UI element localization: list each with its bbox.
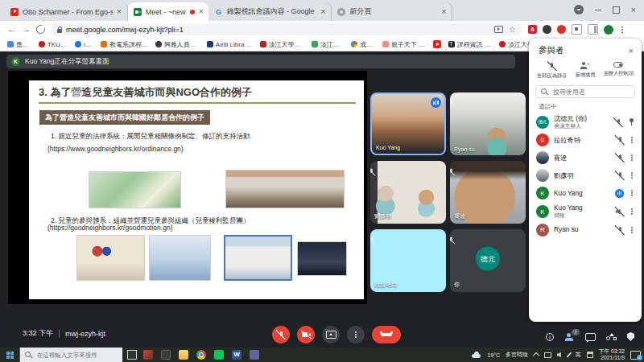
camera-off-button[interactable] — [297, 326, 315, 343]
bookmark-item[interactable]: 成員介紹 — [351, 40, 375, 49]
bookmark-item[interactable]: Airiti Library華藝線.. — [207, 40, 253, 49]
video-tile-liu-yan-yu[interactable]: 劉彥羽 — [370, 161, 446, 224]
present-button[interactable] — [322, 326, 340, 343]
tab-google-help[interactable]: G 錄製視訊會議內容 - Google Me × — [208, 2, 332, 21]
weather-temp[interactable]: 19°C — [487, 352, 500, 358]
host-controls-button[interactable]: 主辦人控制項 — [602, 62, 635, 80]
start-button[interactable] — [0, 348, 19, 362]
minimize-button[interactable] — [595, 10, 601, 10]
display-tray-icon[interactable] — [544, 352, 551, 358]
shared-screen: 3. 為了營造兒童友善城市而與NGO合作的例子 為了營造兒童友善城市而與韓國好鄰… — [8, 71, 367, 304]
tab-search-icon[interactable] — [574, 5, 584, 14]
teams-icon[interactable] — [250, 350, 259, 360]
tab-close-icon[interactable]: × — [320, 8, 325, 16]
leave-call-button[interactable] — [372, 326, 401, 343]
video-tile-you[interactable]: 德元 你 — [450, 229, 526, 292]
mute-all-button[interactable]: 全部設為靜音 — [535, 62, 568, 80]
participant-row[interactable]: 劉彥羽 — [529, 167, 642, 184]
more-options-icon[interactable] — [631, 139, 633, 141]
video-tile-seda[interactable]: 賽達 — [450, 161, 526, 224]
bookmark-item[interactable]: 興雅人員身健保作.. — [155, 40, 200, 49]
extensions-puzzle-icon[interactable] — [572, 24, 582, 35]
panel-close-icon[interactable]: × — [629, 47, 634, 56]
bookmark-item[interactable]: iClass — [75, 41, 93, 48]
bookmark-item[interactable]: 淡江大學-教.. — [312, 40, 344, 49]
participant-search-input[interactable] — [551, 88, 630, 97]
pen-tray-icon[interactable] — [567, 352, 572, 357]
pin-icon[interactable] — [628, 118, 634, 126]
file-explorer-icon[interactable] — [179, 350, 188, 360]
bookmark-item[interactable]: 淡江大學教學紀實.. — [260, 40, 304, 49]
sidebar-icon[interactable] — [588, 24, 598, 35]
taskbar-app-icon[interactable] — [143, 350, 153, 360]
weather-icon[interactable] — [471, 352, 481, 358]
bookmark-item[interactable]: TKU WWW — [39, 41, 68, 48]
extension-icon[interactable] — [557, 25, 566, 34]
taskbar-clock[interactable]: 下午 03:32 2021/11/9 — [599, 348, 625, 362]
bookmark-apps[interactable]: 應用程式 — [7, 40, 31, 49]
reload-button[interactable] — [36, 25, 45, 34]
more-options-icon[interactable] — [631, 192, 633, 194]
bookmark-star-icon[interactable]: ☆ — [509, 26, 516, 34]
word-icon[interactable]: W — [232, 350, 242, 360]
hidden-icons-chevron[interactable] — [533, 352, 539, 359]
participant-search[interactable] — [535, 85, 635, 98]
ime-indicator[interactable]: 英 — [576, 351, 581, 359]
chrome-icon[interactable] — [196, 350, 206, 360]
weather-desc[interactable]: 多雲時陰 — [506, 351, 528, 359]
close-button[interactable]: × — [631, 6, 636, 14]
host-controls-shield-button[interactable] — [627, 332, 634, 341]
bookmark-item[interactable]: 教電系課程資習教材.. — [101, 40, 148, 49]
video-tile-lalachite[interactable]: 拉拉奇特 — [370, 229, 446, 292]
more-options-icon[interactable] — [631, 211, 633, 212]
video-tile-kuo-yang[interactable]: Kuo Yang — [370, 93, 446, 155]
activities-button[interactable] — [606, 333, 617, 340]
forward-button[interactable]: → — [22, 25, 31, 34]
taskbar-search-input[interactable] — [35, 351, 118, 360]
tab-youtube[interactable]: Otto Scharmer - From Ego-sy × — [5, 2, 128, 21]
address-bar[interactable]: meet.google.com/mwj-ezyh-kjt?pli=1 ☆ — [51, 23, 522, 35]
mic-mute-button[interactable] — [272, 326, 290, 343]
notification-center-icon[interactable]: 2 — [630, 351, 641, 360]
add-member-button[interactable]: + 新增成員 — [568, 62, 601, 80]
back-button[interactable]: ← — [7, 25, 16, 34]
more-options-icon — [355, 334, 357, 335]
chrome-menu-icon[interactable] — [621, 29, 623, 31]
extension-icon[interactable] — [543, 25, 551, 34]
tab-close-icon[interactable]: × — [199, 8, 204, 16]
tab-new[interactable]: 新分頁 × — [332, 2, 452, 21]
meet-window: Otto Scharmer - From Ego-sy × Meet - ~ne… — [0, 0, 644, 362]
taskbar-search[interactable] — [19, 348, 122, 362]
participant-row-presentation[interactable]: K Kuo Yang 簡報 — [529, 202, 642, 220]
volume-tray-icon[interactable] — [557, 352, 563, 358]
participants-button[interactable]: 7 — [564, 333, 575, 341]
participant-row[interactable]: 拉 拉拉奇特 — [529, 131, 642, 149]
meeting-details-button[interactable]: i — [546, 333, 554, 341]
line-app-icon[interactable] — [214, 350, 224, 360]
media-controls-icon[interactable] — [494, 26, 503, 33]
bookmark-item[interactable]: 親子天下 - 最佳學.. — [382, 40, 427, 49]
more-options-icon[interactable] — [631, 229, 633, 231]
more-options-icon[interactable] — [631, 175, 633, 176]
maximize-button[interactable] — [613, 6, 620, 14]
tab-close-icon[interactable]: × — [441, 8, 446, 16]
more-options-button[interactable] — [347, 326, 365, 343]
bookmark-youtube[interactable] — [433, 40, 440, 48]
adobe-extension-icon[interactable]: A — [528, 25, 537, 34]
url-text[interactable]: meet.google.com/mwj-ezyh-kjt?pli=1 — [66, 26, 490, 34]
participant-row-host[interactable]: 德元 沈德元 (你) 會議主辦人 — [529, 113, 642, 131]
profile-avatar[interactable] — [604, 25, 613, 35]
site-favicon — [101, 41, 107, 47]
chat-button[interactable] — [585, 333, 596, 341]
bookmark-item[interactable]: T課程資訊 - 授課講.. — [448, 40, 493, 49]
task-view-button[interactable] — [127, 350, 137, 360]
participant-row[interactable]: R Ryan su — [529, 221, 642, 239]
tab-close-icon[interactable]: × — [117, 8, 122, 16]
tab-meet[interactable]: Meet - ~new × — [128, 2, 209, 21]
participant-row[interactable]: K Kuo Yang — [529, 184, 642, 202]
video-tile-ryan-su[interactable]: Ryan su — [450, 93, 526, 155]
more-options-icon[interactable] — [631, 157, 633, 158]
tray-window-icon[interactable] — [587, 352, 593, 358]
taskbar-app-icon[interactable] — [161, 350, 171, 360]
participant-row[interactable]: 賽達 — [529, 149, 642, 167]
